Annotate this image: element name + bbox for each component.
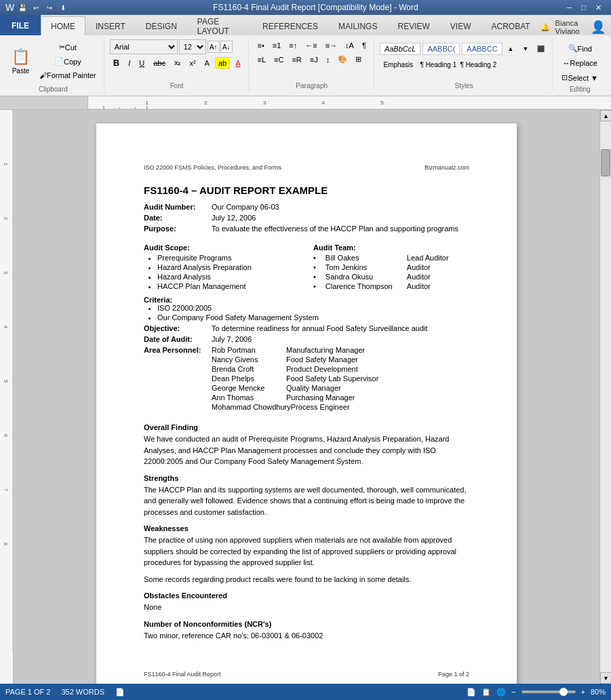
justify-btn[interactable]: ≡J xyxy=(307,54,321,66)
font-grow-btn[interactable]: A↑ xyxy=(208,41,220,53)
cut-btn[interactable]: ✂ Cut xyxy=(36,41,100,54)
audit-scope-col: Audit Scope: Prerequisite Programs Hazar… xyxy=(144,237,300,293)
document-scroll[interactable]: ISO 22000 FSMS Policies, Procedures, and… xyxy=(14,110,599,684)
strikethrough-btn[interactable]: abc xyxy=(150,57,169,69)
font-size-select[interactable]: 12 xyxy=(179,39,206,54)
maximize-btn[interactable]: □ xyxy=(577,3,590,13)
align-right-btn[interactable]: ≡R xyxy=(288,54,304,66)
font-color-btn[interactable]: A xyxy=(232,57,243,69)
paste-icon: 📋 xyxy=(12,48,30,66)
audit-team-member: •Sandra OkusuAuditor xyxy=(313,273,469,281)
audit-number-value: Our Company 06-03 xyxy=(212,203,469,211)
footer-left: FS1160-4 Final Audit Report xyxy=(144,671,221,678)
quick-save-btn[interactable]: 💾 xyxy=(17,2,28,13)
scroll-up-btn[interactable]: ▲ xyxy=(600,110,611,121)
weaknesses-para1: The practice of using non approved suppl… xyxy=(144,534,469,568)
find-btn[interactable]: 🔍 Find xyxy=(558,42,602,55)
editing-group: 🔍 Find ↔ Replace ⊡ Select ▼ Editing xyxy=(554,38,606,94)
styles-group: AaBbCcL AABBC( AABBCC ▲ ▼ ⬛ Emphasis ¶ H… xyxy=(376,38,553,91)
close-btn[interactable]: ✕ xyxy=(591,3,606,13)
copy-btn[interactable]: 📄 Copy xyxy=(36,55,100,68)
personnel-table: Rob PortmanManufacturing ManagerNancy Gi… xyxy=(212,346,378,412)
quick-redo-btn[interactable]: ↪ xyxy=(44,2,55,13)
scroll-thumb[interactable] xyxy=(601,149,610,176)
bullets-btn[interactable]: ≡• xyxy=(254,39,268,52)
align-center-btn[interactable]: ≡C xyxy=(271,54,287,66)
quick-undo-btn[interactable]: ↩ xyxy=(31,2,41,13)
italic-btn[interactable]: I xyxy=(125,57,134,69)
style-emphasis[interactable]: AaBbCcL xyxy=(380,43,420,55)
styles-expand-btn[interactable]: ⬛ xyxy=(534,39,548,58)
styles-scroll-up-btn[interactable]: ▲ xyxy=(505,44,517,54)
ribbon: FILE HOME INSERT DESIGN PAGE LAYOUT REFE… xyxy=(0,15,611,96)
paste-btn[interactable]: 📋 Paste xyxy=(7,39,35,83)
sort-btn[interactable]: ↕A xyxy=(342,39,357,52)
view-read-btn[interactable]: 📋 xyxy=(481,688,491,697)
bold-btn[interactable]: B xyxy=(110,56,123,70)
style-h2-label: AABBCC xyxy=(467,45,497,53)
tab-mailings[interactable]: MAILINGS xyxy=(328,16,387,35)
tab-review[interactable]: REVIEW xyxy=(387,16,439,35)
document-icon: 📄 xyxy=(115,688,125,697)
decrease-indent-btn[interactable]: ←≡ xyxy=(302,39,320,52)
quick-more-btn[interactable]: ⬇ xyxy=(58,2,68,13)
status-left: PAGE 1 OF 2 352 WORDS 📄 xyxy=(5,688,125,697)
replace-btn[interactable]: ↔ Replace xyxy=(558,57,602,69)
tab-design[interactable]: DESIGN xyxy=(136,16,187,35)
date-of-audit-row: Date of Audit: July 7, 2006 xyxy=(144,335,469,343)
increase-indent-btn[interactable]: ≡→ xyxy=(322,39,340,52)
svg-text:2: 2 xyxy=(204,99,208,105)
tab-references[interactable]: REFERENCES xyxy=(252,16,328,35)
style-emphasis-sublabel: Emphasis xyxy=(380,61,417,69)
font-shrink-btn[interactable]: A↓ xyxy=(220,41,233,53)
vertical-scrollbar[interactable]: ▲ ▼ xyxy=(599,110,611,684)
ribbon-content: 📋 Paste ✂ Cut 📄 Copy 🖌 Format Painter Cl… xyxy=(0,35,611,96)
tab-page-layout[interactable]: PAGE LAYOUT xyxy=(187,16,252,35)
tab-file[interactable]: FILE xyxy=(0,15,41,35)
area-personnel-label: Area Personnel: xyxy=(144,346,212,354)
scroll-track[interactable] xyxy=(600,121,611,672)
style-heading1[interactable]: AABBC( xyxy=(422,43,460,55)
line-spacing-btn[interactable]: ↕ xyxy=(323,54,334,66)
tab-view[interactable]: VIEW xyxy=(440,16,481,35)
personnel-member: Nancy GivensFood Safety Manager xyxy=(212,355,378,364)
header-right: Bizmanualz.com xyxy=(425,164,469,171)
styles-scroll-down-btn[interactable]: ▼ xyxy=(519,44,532,54)
font-name-select[interactable]: Arial xyxy=(110,39,178,54)
highlight-btn[interactable]: ab xyxy=(215,57,230,69)
svg-text:6: 6 xyxy=(2,434,8,438)
zoom-thumb[interactable] xyxy=(559,688,568,696)
strengths-heading: Strengths xyxy=(144,474,469,482)
subscript-btn[interactable]: x₂ xyxy=(171,56,184,69)
underline-btn[interactable]: U xyxy=(136,57,148,69)
view-web-btn[interactable]: 🌐 xyxy=(496,688,506,697)
align-left-btn[interactable]: ≡L xyxy=(254,54,270,66)
tab-insert[interactable]: INSERT xyxy=(85,16,136,35)
select-btn[interactable]: ⊡ Select ▼ xyxy=(558,71,602,84)
format-painter-btn[interactable]: 🖌 Format Painter xyxy=(36,69,100,81)
tab-acrobat[interactable]: ACROBAT xyxy=(481,16,540,35)
zoom-plus-btn[interactable]: + xyxy=(581,688,585,696)
zoom-slider[interactable] xyxy=(521,691,576,693)
tab-home[interactable]: HOME xyxy=(41,16,85,35)
numbering-btn[interactable]: ≡1 xyxy=(269,39,285,52)
multilevel-btn[interactable]: ≡↑ xyxy=(285,39,300,52)
purpose-row: Purpose: To evaluate the effectiveness o… xyxy=(144,225,469,233)
personnel-member: Mohammad ChowdhuryProcess Engineer xyxy=(212,403,378,411)
borders-btn[interactable]: ⊞ xyxy=(352,53,365,66)
criteria-item-1: ISO 22000:2005 xyxy=(157,304,469,312)
superscript-btn[interactable]: x² xyxy=(186,57,199,69)
zoom-minus-btn[interactable]: − xyxy=(511,688,515,696)
style-heading2[interactable]: AABBCC xyxy=(462,43,502,55)
scroll-down-btn[interactable]: ▼ xyxy=(600,672,611,684)
minimize-btn[interactable]: ─ xyxy=(563,3,576,13)
document-page: ISO 22000 FSMS Policies, Procedures, and… xyxy=(96,123,517,684)
text-effects-btn[interactable]: A xyxy=(201,57,213,69)
view-print-btn[interactable]: 📄 xyxy=(467,688,476,697)
cut-icon: ✂ xyxy=(59,43,65,52)
show-marks-btn[interactable]: ¶ xyxy=(359,39,370,52)
shading-btn[interactable]: 🎨 xyxy=(334,53,351,66)
personnel-member: Rob PortmanManufacturing Manager xyxy=(212,346,378,354)
svg-text:4: 4 xyxy=(321,99,325,105)
audit-team-member: •Clarence ThompsonAuditor xyxy=(313,282,469,290)
